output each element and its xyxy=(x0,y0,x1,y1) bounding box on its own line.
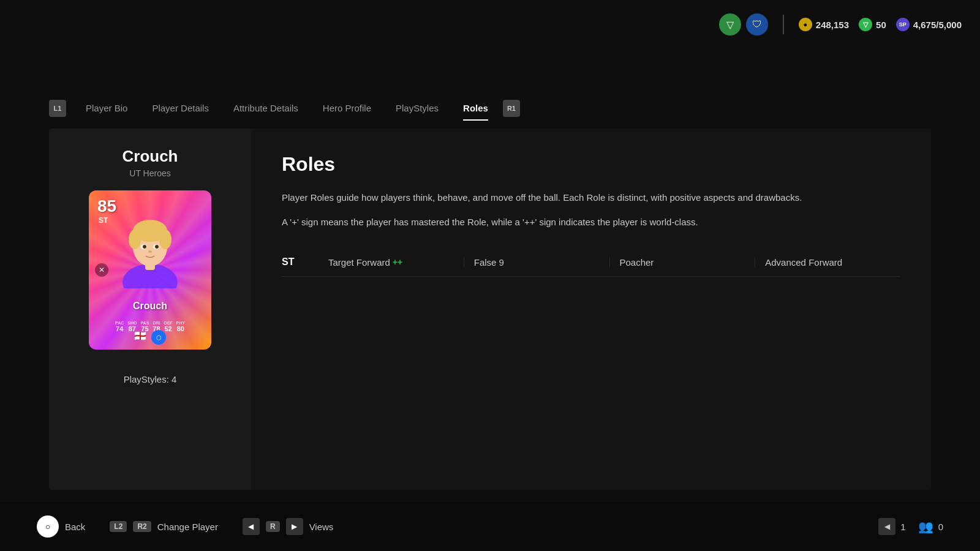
l2-badge: L2 xyxy=(110,521,127,532)
back-button-icon[interactable]: ○ xyxy=(37,515,59,538)
roles-table: ST Target Forward ++ False 9 Poacher Adv… xyxy=(282,248,900,277)
r1-badge: R1 xyxy=(503,100,520,117)
counter1-item: ◀ 1 xyxy=(878,518,905,535)
bottom-bar: ○ Back L2 R2 Change Player ◀ R ▶ Views ◀… xyxy=(0,502,980,551)
player-team: UT Heroes xyxy=(129,168,170,178)
svg-point-9 xyxy=(155,245,159,249)
role-label-poacher: Poacher xyxy=(620,257,654,268)
role-entry-target-forward: Target Forward ++ xyxy=(318,257,464,268)
tab-playstyles[interactable]: PlayStyles xyxy=(383,98,451,118)
currency-sp: SP 4,675/5,000 xyxy=(896,18,962,31)
roles-description-1: Player Roles guide how players think, be… xyxy=(282,190,821,205)
phy-label: PHY xyxy=(176,321,185,325)
coins-value: 248,153 xyxy=(816,20,849,30)
def-label: DEF xyxy=(164,321,173,325)
icon-fut: ▽ xyxy=(719,13,741,36)
sp-value: 4,675/5,000 xyxy=(913,20,962,30)
top-bar-icons: ▽ 🛡 xyxy=(719,13,768,36)
roles-title: Roles xyxy=(282,153,900,176)
role-plus-target-forward: ++ xyxy=(393,257,402,267)
main-area: Crouch UT Heroes 85 ST xyxy=(49,129,931,490)
l1-badge: L1 xyxy=(49,100,66,117)
role-label-advanced-forward: Advanced Forward xyxy=(765,257,842,268)
tab-roles[interactable]: Roles xyxy=(451,98,500,118)
divider xyxy=(783,15,784,34)
role-label-target-forward: Target Forward xyxy=(328,257,390,268)
left-panel: Crouch UT Heroes 85 ST xyxy=(49,129,251,490)
player-card: 85 ST xyxy=(89,190,211,350)
right-panel: Roles Player Roles guide how players thi… xyxy=(251,129,931,490)
svg-point-5 xyxy=(159,230,172,249)
top-bar: ▽ 🛡 ● 248,153 ▽ 50 SP 4,675/5,000 xyxy=(719,0,980,49)
card-flags: 🏴󠁧󠁢󠁥󠁮󠁧󠁿 ⬡ xyxy=(89,330,211,345)
prev-icon: ◀ xyxy=(878,518,895,535)
tab-attribute-details[interactable]: Attribute Details xyxy=(221,98,311,118)
points-value: 50 xyxy=(876,20,886,30)
currency-points: ▽ 50 xyxy=(859,18,886,31)
change-player-action[interactable]: L2 R2 Change Player xyxy=(110,521,218,532)
card-background: 85 ST xyxy=(89,190,211,350)
card-cross-icon: ✕ xyxy=(95,263,108,277)
tab-player-bio[interactable]: Player Bio xyxy=(74,98,140,118)
player-name: Crouch xyxy=(123,147,178,166)
pas-label: PAS xyxy=(140,321,149,325)
club-badge: ⬡ xyxy=(151,330,166,345)
counter2-item: 👥 0 xyxy=(918,519,943,534)
sho-label: SHO xyxy=(127,321,137,325)
role-entry-advanced-forward: Advanced Forward xyxy=(755,257,900,268)
tab-player-details[interactable]: Player Details xyxy=(140,98,221,118)
group-icon: 👥 xyxy=(918,519,933,534)
r-badge: R xyxy=(266,521,280,532)
sp-icon: SP xyxy=(896,18,910,31)
icon-shield: 🛡 xyxy=(746,13,768,36)
role-entry-false9: False 9 xyxy=(464,257,610,268)
roles-row-st: ST Target Forward ++ False 9 Poacher Adv… xyxy=(282,248,900,277)
views-action[interactable]: ◀ R ▶ Views xyxy=(243,518,333,535)
left-arrow-icon: ◀ xyxy=(243,518,260,535)
counter2-value: 0 xyxy=(938,522,943,532)
back-label: Back xyxy=(65,522,85,532)
right-arrow-icon: ▶ xyxy=(286,518,303,535)
tab-hero-profile[interactable]: Hero Profile xyxy=(311,98,383,118)
change-player-label: Change Player xyxy=(157,522,218,532)
role-entry-poacher: Poacher xyxy=(610,257,756,268)
england-flag: 🏴󠁧󠁢󠁥󠁮󠁧󠁿 xyxy=(134,330,146,345)
playstyles-info: PlayStyles: 4 xyxy=(124,374,177,384)
coins-icon: ● xyxy=(799,18,812,31)
card-player-name: Crouch xyxy=(89,301,211,312)
role-position-st: ST xyxy=(282,257,318,268)
counter1-value: 1 xyxy=(900,522,905,532)
r2-badge: R2 xyxy=(133,521,151,532)
points-icon: ▽ xyxy=(859,18,872,31)
currency-coins: ● 248,153 xyxy=(799,18,849,31)
dri-label: DRI xyxy=(153,321,160,325)
role-entries-st: Target Forward ++ False 9 Poacher Advanc… xyxy=(318,257,900,268)
player-face xyxy=(89,203,211,288)
views-label: Views xyxy=(309,522,334,532)
role-label-false9: False 9 xyxy=(474,257,504,268)
roles-description-2: A '+' sign means the player has mastered… xyxy=(282,215,821,230)
svg-point-4 xyxy=(129,230,141,249)
bottom-right: ◀ 1 👥 0 xyxy=(878,518,943,535)
pac-label: PAC xyxy=(115,321,124,325)
svg-point-10 xyxy=(148,250,152,253)
svg-point-8 xyxy=(143,245,146,249)
back-action[interactable]: ○ Back xyxy=(37,515,85,538)
nav-tabs: L1 Player Bio Player Details Attribute D… xyxy=(49,98,520,118)
